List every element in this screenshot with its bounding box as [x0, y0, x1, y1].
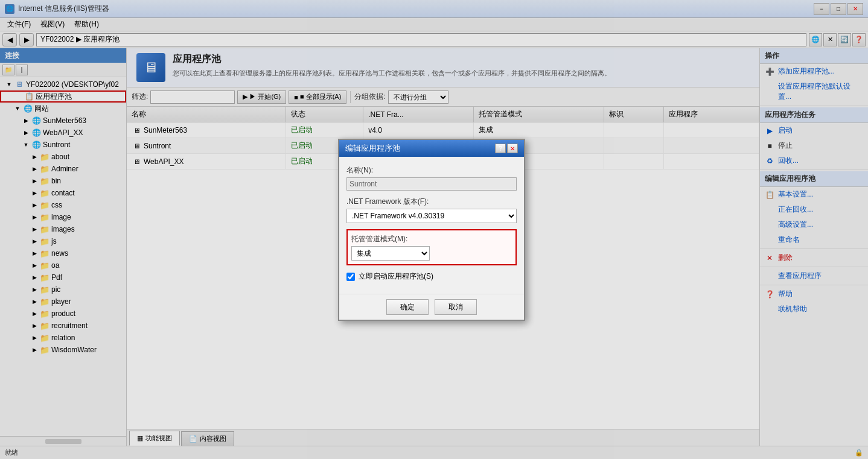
autostart-row: 立即启动应用程序池(S)	[346, 271, 517, 282]
autostart-label: 立即启动应用程序池(S)	[359, 271, 433, 282]
pipeline-select[interactable]: 集成 经典	[351, 246, 430, 261]
cancel-button[interactable]: 取消	[435, 299, 477, 315]
edit-pool-dialog: 编辑应用程序池 ? ✕ 名称(N): .NET Framework 版本(F):…	[338, 139, 525, 321]
pipeline-group: 托管管道模式(M): 集成 经典	[346, 229, 517, 265]
netfx-label: .NET Framework 版本(F):	[346, 197, 517, 207]
name-input	[346, 177, 517, 191]
name-group: 名称(N):	[346, 165, 517, 191]
dialog-title-bar: 编辑应用程序池 ? ✕	[339, 140, 524, 157]
netfx-group: .NET Framework 版本(F): .NET Framework v4.…	[346, 197, 517, 223]
dialog-buttons: 确定 取消	[339, 294, 524, 320]
pipeline-label: 托管管道模式(M):	[351, 234, 512, 244]
dialog-body: 名称(N): .NET Framework 版本(F): .NET Framew…	[339, 157, 524, 294]
name-label: 名称(N):	[346, 165, 517, 176]
dialog-title-text: 编辑应用程序池	[345, 143, 400, 154]
netfx-select[interactable]: .NET Framework v4.0.30319	[346, 209, 517, 223]
dialog-close-button[interactable]: ✕	[507, 144, 518, 153]
confirm-button[interactable]: 确定	[386, 299, 429, 315]
dialog-overlay: 编辑应用程序池 ? ✕ 名称(N): .NET Framework 版本(F):…	[0, 0, 868, 459]
autostart-checkbox[interactable]	[346, 273, 355, 281]
dialog-help-button[interactable]: ?	[495, 144, 506, 153]
